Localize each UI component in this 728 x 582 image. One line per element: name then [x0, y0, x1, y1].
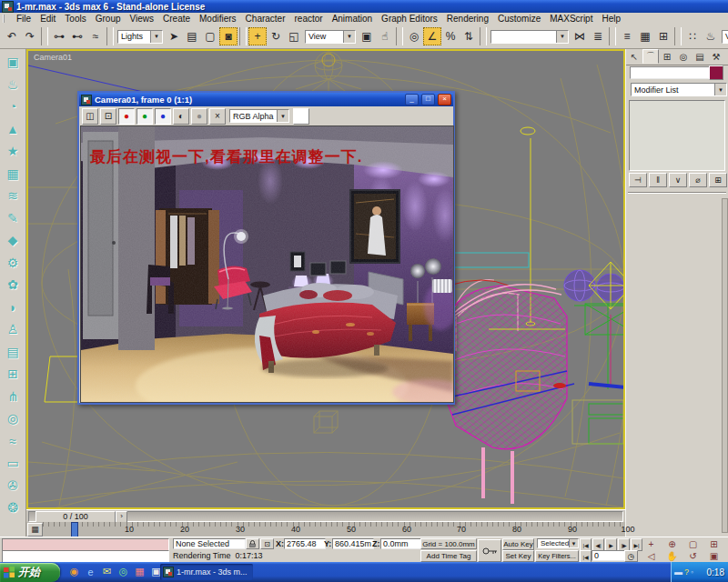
pencil-icon[interactable]: ✎ [2, 207, 24, 230]
menu-animation[interactable]: Animation [328, 14, 377, 24]
z-coordinate-field[interactable]: 0.0mm [380, 538, 422, 549]
next-frame-icon[interactable]: |▶ [618, 538, 630, 551]
key-mode-dropdown[interactable]: Selected ▼ [537, 538, 579, 548]
menu-file[interactable]: File [12, 14, 35, 24]
menu-maxscript[interactable]: MAXScript [545, 14, 597, 24]
render-type-dropdown[interactable]: View▼ [722, 30, 728, 44]
tab-motion[interactable]: ◎ [675, 49, 692, 64]
star-icon[interactable]: ★ [2, 140, 24, 163]
select-rotate-icon[interactable]: ↻ [267, 27, 285, 45]
maxscript-mini-listener-white[interactable] [2, 550, 169, 563]
figure-icon[interactable]: ♙ [2, 318, 24, 341]
tray-help-icon[interactable]: ? [684, 567, 689, 577]
object-name-field[interactable] [630, 66, 710, 79]
play-icon[interactable]: ▶ [605, 538, 617, 551]
select-scale-icon[interactable]: ◱ [285, 27, 303, 45]
close-button[interactable]: × [438, 94, 451, 105]
material-editor-icon[interactable]: ∷ [683, 27, 702, 45]
linked-boxes-icon[interactable]: ⊞ [2, 363, 24, 386]
select-by-name-icon[interactable]: ▤ [183, 27, 201, 45]
minimize-button[interactable]: _ [405, 94, 419, 105]
sphere-icon[interactable]: ◔ [2, 95, 24, 118]
clear-icon[interactable]: × [209, 108, 226, 125]
undo-icon[interactable]: ↶ [3, 27, 21, 45]
tab-modify[interactable]: ⌒ [642, 49, 659, 64]
modifier-list-dropdown[interactable]: Modifier List ▼ [631, 83, 727, 96]
mirror-icon[interactable]: ⋈ [571, 27, 589, 45]
mini-curve-editor-icon[interactable]: ▦ [27, 523, 43, 537]
schematic-view-icon[interactable]: ⊞ [654, 27, 672, 45]
remove-modifier-icon[interactable]: ⌀ [689, 173, 707, 187]
unlink-selection-icon[interactable]: ⊷ [68, 27, 86, 45]
zoom-extents-all-icon[interactable]: ⊞ [703, 538, 724, 550]
box-icon[interactable]: ▣ [2, 51, 24, 74]
wheel-icon[interactable]: ◎ [2, 407, 24, 430]
select-manipulate-icon[interactable]: ☝ [376, 27, 394, 45]
zoom-all-icon[interactable]: ⊕ [662, 538, 682, 550]
dropdown-arrow-icon[interactable]: ▼ [569, 539, 578, 547]
align-icon[interactable]: ≣ [589, 27, 607, 45]
red-channel-icon[interactable]: ● [118, 108, 135, 125]
channel-display-dropdown[interactable]: RGB Alpha▼ [229, 109, 289, 123]
named-selection-sets-dropdown[interactable]: ▼ [490, 30, 569, 44]
quick-launch-mail-icon[interactable]: ✉ [100, 565, 114, 578]
title-bar[interactable]: 1-mr.max - 3ds max 6 - Stand-alone Licen… [0, 0, 728, 13]
dropdown-arrow-icon[interactable]: ▼ [150, 31, 162, 43]
rect-selection-region-icon[interactable]: ▢ [201, 27, 219, 45]
blue-channel-icon[interactable]: ● [155, 108, 171, 125]
absolute-offset-icon[interactable]: ⊡ [260, 538, 274, 549]
wedge-icon[interactable]: ◗ [2, 296, 24, 319]
render-scene-icon[interactable]: ♨ [702, 27, 720, 45]
current-frame-marker[interactable] [71, 522, 78, 537]
menu-group[interactable]: Group [91, 14, 126, 24]
selection-lock-icon[interactable] [246, 538, 259, 549]
reference-coordsys-dropdown[interactable]: View▼ [305, 30, 356, 44]
auto-key-button[interactable]: Auto Key [502, 538, 534, 550]
flower-icon[interactable]: ✿ [2, 274, 24, 296]
fov-icon[interactable]: ◁ [641, 550, 662, 562]
menu-edit[interactable]: Edit [35, 14, 60, 24]
alpha-channel-icon[interactable]: ● [191, 108, 207, 125]
snap-toggle-icon[interactable]: ◎ [405, 27, 423, 45]
bones-icon[interactable]: ⋔ [2, 386, 24, 408]
dropdown-arrow-icon[interactable]: ▼ [714, 84, 726, 95]
prism-icon[interactable]: ◆ [2, 229, 24, 252]
zoom-extents-icon[interactable]: ▢ [682, 538, 703, 550]
camera-icon[interactable]: ✇ [2, 475, 24, 497]
y-coordinate-field[interactable]: 860.415m [332, 538, 374, 549]
tab-display[interactable]: ▤ [692, 49, 708, 64]
curve-editor-icon[interactable]: ▦ [636, 27, 654, 45]
select-and-link-icon[interactable]: ⊶ [50, 27, 68, 45]
spinner-snap-icon[interactable]: ⇅ [460, 27, 478, 45]
save-bitmap-icon[interactable]: ◫ [82, 108, 98, 125]
go-to-start-icon[interactable]: |◀ [580, 538, 592, 551]
color-swatch[interactable] [293, 108, 309, 125]
zoom-icon[interactable]: + [641, 538, 662, 550]
menu-reactor[interactable]: reactor [290, 14, 328, 24]
menu-customize[interactable]: Customize [493, 14, 545, 24]
object-color-swatch[interactable] [709, 65, 723, 80]
current-frame-field[interactable]: 0 [592, 550, 626, 561]
select-move-icon[interactable]: + [248, 27, 267, 45]
pin-stack-icon[interactable]: ⊣ [629, 173, 647, 187]
cone-icon[interactable]: ▲ [2, 118, 24, 141]
start-button[interactable]: 开始 [0, 563, 60, 582]
selection-filter-dropdown[interactable]: Lights▼ [117, 30, 163, 44]
tray-net-icon[interactable]: ◦ [691, 567, 693, 577]
x-coordinate-field[interactable]: 2765.48 [284, 538, 326, 549]
angle-snap-icon[interactable]: ∠ [423, 27, 441, 45]
tray-device-icon[interactable]: ▬ [674, 567, 682, 577]
previous-frame-icon[interactable]: ◀| [592, 538, 604, 551]
add-time-tag-button[interactable]: Add Time Tag [420, 550, 477, 562]
tab-create[interactable]: ↖ [626, 49, 642, 64]
monochrome-icon[interactable]: ◐ [173, 108, 189, 125]
patch-grid-icon[interactable]: ▦ [2, 163, 24, 186]
menu-views[interactable]: Views [126, 14, 159, 24]
task-button-3dsmax[interactable]: 1-mr.max - 3ds m... [160, 564, 253, 580]
arc-rotate-icon[interactable]: ↺ [682, 550, 703, 562]
window-crossing-icon[interactable]: ◙ [219, 27, 238, 45]
viewport-label[interactable]: Camera01 [34, 53, 72, 62]
quick-launch-player-icon[interactable]: ◉ [67, 565, 81, 578]
select-object-icon[interactable]: ➤ [165, 27, 183, 45]
render-window-title-bar[interactable]: Camera01, frame 0 (1:1) _ □ × [79, 93, 453, 106]
